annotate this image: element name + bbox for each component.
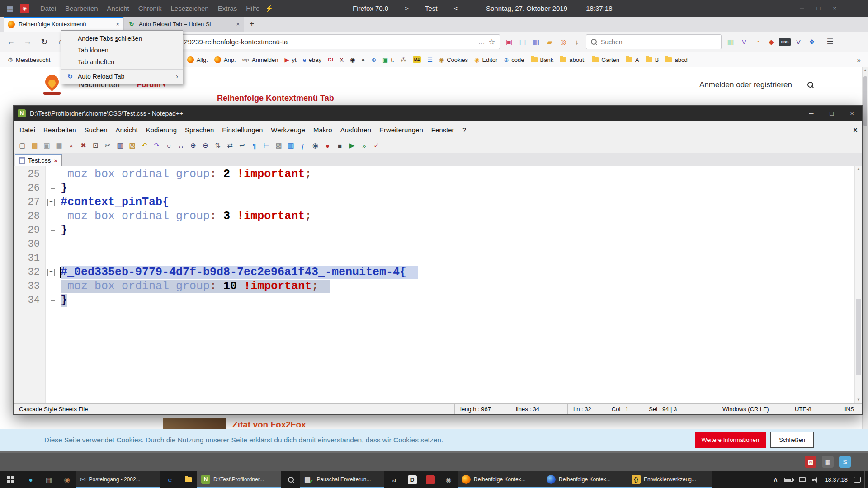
code-line-29[interactable]: 29} <box>14 223 854 237</box>
zoom-in-icon[interactable]: ⊕ <box>188 140 199 151</box>
bookmark-github[interactable]: ◉ <box>347 55 358 65</box>
open-file-icon[interactable]: ▤ <box>29 140 40 151</box>
bookmark-folder-a[interactable]: A <box>623 55 642 65</box>
menu-item[interactable]: Makro <box>309 126 336 134</box>
close-all-icon[interactable]: ✖ <box>78 140 89 151</box>
desktop-tray-mail-icon[interactable]: ▨ <box>805 456 816 468</box>
global-menu-item[interactable]: Extras <box>213 5 242 12</box>
bookmark-folder-about[interactable]: about: <box>557 55 589 65</box>
library-icon[interactable]: ▤ <box>516 35 529 49</box>
code-line-30[interactable]: 30 <box>14 237 854 251</box>
camp-firefox-logo[interactable] <box>42 73 61 97</box>
volume-icon[interactable] <box>812 477 818 483</box>
notepadpp-titlebar[interactable]: N D:\Test\Profilordner\chrome\CSS\Test.c… <box>14 106 862 121</box>
code-line-31[interactable]: 31 <box>14 251 854 265</box>
taskbar-pinned-camera[interactable]: ◉ <box>439 471 458 488</box>
browser-tab[interactable]: ↻ Auto Reload Tab – Holen Si × <box>124 17 244 32</box>
code-line-26[interactable]: 26} <box>14 181 854 195</box>
browser-tab[interactable]: Reihenfolge Kontextmenü × <box>4 17 124 32</box>
sidebar-icon[interactable]: ▥ <box>529 35 543 49</box>
recorder-icon[interactable]: ◉ <box>20 4 29 13</box>
addon-orange-icon[interactable]: ◔ <box>751 35 764 49</box>
indent-guide-icon[interactable]: ⊢ <box>261 140 272 151</box>
taskbar-pinned-explorer[interactable] <box>179 471 197 488</box>
menu-item[interactable]: Bearbeiten <box>39 126 80 134</box>
scroll-down-icon[interactable]: ▼ <box>855 396 862 403</box>
close-icon[interactable]: × <box>842 110 862 117</box>
menu-item[interactable]: Suchen <box>80 126 112 134</box>
desktop-tray-gray-icon[interactable]: ▦ <box>822 456 834 468</box>
taskbar-app-notepadpp[interactable]: N D:\Test\Profilordner... <box>197 471 281 488</box>
addon-css-icon[interactable]: css <box>779 38 791 46</box>
site-search-icon[interactable] <box>807 82 814 88</box>
back-icon[interactable]: ← <box>4 35 18 49</box>
desktop-app-icon[interactable]: ▦ <box>5 3 15 14</box>
document-close-icon[interactable]: X <box>853 126 858 134</box>
save-icon[interactable]: ▣ <box>41 140 52 151</box>
scroll-up-icon[interactable]: ▲ <box>863 67 868 74</box>
cookie-info-button[interactable]: Weitere Informationen <box>695 432 766 448</box>
new-tab-button[interactable]: + <box>244 17 259 32</box>
desktop-tray-skype-icon[interactable]: S <box>839 456 851 468</box>
addon-red-icon[interactable]: ◆ <box>764 35 778 49</box>
copy-icon[interactable]: ▥ <box>114 140 126 151</box>
scrollbar-thumb[interactable] <box>863 76 867 126</box>
battery-icon[interactable] <box>784 478 793 482</box>
print-icon[interactable]: ⊡ <box>90 140 101 151</box>
taskbar-app-mail[interactable]: ✉ Posteingang - 2002... <box>76 471 160 488</box>
taskbar-pinned-a[interactable]: a <box>385 471 403 488</box>
taskbar-app-devtools[interactable]: {} Entwicklerwerkzeug... <box>627 471 712 488</box>
menu-item-clone-tab[interactable]: Tab klonen <box>61 44 183 56</box>
menu-item[interactable]: Datei <box>15 126 39 134</box>
taskbar-pinned-app[interactable]: ▦ <box>40 471 58 488</box>
user-lang-icon[interactable]: ▩ <box>273 140 284 151</box>
rss-icon[interactable]: ◎ <box>557 35 570 49</box>
tab-close-icon[interactable]: × <box>116 21 119 28</box>
addon-table-icon[interactable]: ▦ <box>724 35 737 49</box>
taskbar-app-pauschal[interactable]: ▤ ✓ Pauschal Erweiterun... <box>300 471 384 488</box>
addon-blue-icon[interactable]: ❖ <box>805 35 819 49</box>
taskbar-pinned-browser[interactable]: ● <box>22 471 40 488</box>
taskbar-pinned-search[interactable] <box>282 471 300 488</box>
run-macro-multi-icon[interactable]: » <box>359 140 370 151</box>
code-line-32[interactable]: 32#_0ed335eb-9779-4d7f-b9d8-7ec2e96a1f43… <box>14 265 854 279</box>
global-menu-item[interactable]: Lesezeichen <box>166 5 213 12</box>
global-menu-item[interactable]: Hilfe <box>241 5 264 12</box>
bookmark-code[interactable]: ⊕ code <box>500 55 527 65</box>
menu-item[interactable]: Einstellungen <box>218 126 267 134</box>
menu-item-auto-reload-tab[interactable]: ↻ Auto Reload Tab › <box>61 69 183 82</box>
taskbar-pinned-d[interactable]: D <box>403 471 421 488</box>
editor-scrollbar[interactable]: ▲ ▼ <box>854 166 862 403</box>
start-button[interactable] <box>0 471 22 488</box>
replace-icon[interactable]: ↔ <box>175 140 187 151</box>
menu-item[interactable]: ? <box>458 126 470 134</box>
bookmark-cookies[interactable]: ◉ Cookies <box>436 55 471 65</box>
bookmark-globe[interactable]: ⊕ <box>368 55 379 65</box>
redo-icon[interactable]: ↷ <box>151 140 162 151</box>
global-menu-item[interactable]: Ansicht <box>103 5 134 12</box>
global-menu-item[interactable]: Bearbeiten <box>61 5 103 12</box>
menu-item[interactable]: Kodierung <box>142 126 181 134</box>
menu-hamburger-icon[interactable]: ☰ <box>822 35 838 49</box>
addon-v-icon[interactable]: V <box>737 35 751 49</box>
reload-icon[interactable]: ↻ <box>37 35 52 49</box>
sync-scroll-h-icon[interactable]: ⇄ <box>224 140 236 151</box>
menu-item[interactable]: Werkzeuge <box>267 126 309 134</box>
menu-item[interactable]: Erweiterungen <box>375 126 427 134</box>
play-macro-icon[interactable]: ▶ <box>346 140 358 151</box>
menu-item-close-other-tabs[interactable]: Andere Tabs schließen <box>61 33 183 44</box>
bookmark-lines[interactable]: ☰ <box>424 55 436 65</box>
global-menu-item[interactable]: Datei <box>36 5 61 12</box>
undo-icon[interactable]: ↶ <box>139 140 150 151</box>
editor[interactable]: 25-moz-box-ordinal-group: 2 !important;2… <box>14 166 862 403</box>
folder-yellow-icon[interactable]: ▰ <box>543 35 557 49</box>
sync-scroll-v-icon[interactable]: ⇅ <box>212 140 223 151</box>
download-icon[interactable]: ↓ <box>570 35 584 49</box>
bookmark-m4[interactable]: M4 <box>410 55 425 64</box>
menu-item[interactable]: Sprachen <box>181 126 218 134</box>
bookmark-folder-garten[interactable]: Garten <box>589 55 623 65</box>
taskbar-clock[interactable]: 18:37:18 <box>825 476 848 483</box>
forward-icon[interactable]: → <box>20 35 35 49</box>
code-line-33[interactable]: 33-moz-box-ordinal-group: 10 !important; <box>14 279 854 293</box>
cut-icon[interactable]: ✂ <box>102 140 113 151</box>
